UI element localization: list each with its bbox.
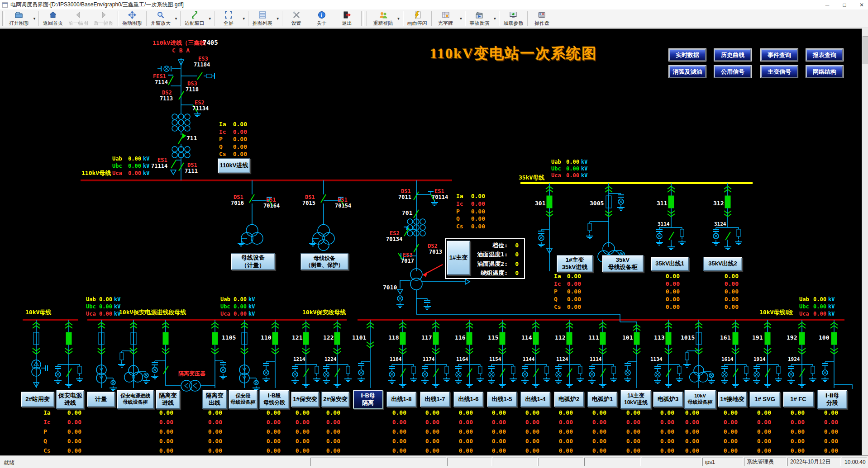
- status-panel-1: [447, 458, 492, 466]
- toolbar-button-zoom-window[interactable]: 开窗放大: [148, 9, 173, 28]
- device-button-Ⅰ-Ⅱ母分段[interactable]: Ⅰ-Ⅱ母分段: [817, 390, 847, 409]
- status-panel-2: [493, 458, 538, 466]
- prev-frame-icon: [74, 10, 83, 19]
- device-button-电弧炉1[interactable]: 电弧炉1: [587, 392, 617, 407]
- toolbar-button-exit[interactable]: 退出: [334, 9, 360, 28]
- device-button-10kV母线设备柜[interactable]: 10kV母线设备柜: [684, 390, 716, 409]
- device-button-母线设备（计量）[interactable]: 母线设备（计量）: [231, 253, 275, 270]
- maximize-button[interactable]: □: [841, 2, 848, 8]
- statusbar: 就绪 ips1系统管理员2022年10月12日10:00:40: [0, 456, 868, 468]
- dropdown-arrow-icon[interactable]: ▼: [396, 9, 401, 28]
- device-button-1#接地变[interactable]: 1#接地变: [718, 392, 747, 407]
- nav-button-主变信号[interactable]: 主变信号: [761, 66, 798, 78]
- toolbar-button-relogin[interactable]: 重新登陆: [371, 9, 396, 28]
- toolbar-separator: [38, 11, 39, 26]
- dropdown-arrow-icon[interactable]: ▼: [458, 9, 464, 28]
- device-button-计量[interactable]: 计量: [87, 392, 115, 407]
- toolbar-button-about[interactable]: 关于: [309, 9, 334, 28]
- toolbar-separator: [465, 11, 465, 26]
- about-icon: [317, 10, 326, 19]
- device-button-35kV出线2[interactable]: 35kV出线2: [703, 257, 742, 271]
- toolbar-button-settings[interactable]: 设置: [284, 9, 309, 28]
- toolbar-button-label: 光字牌: [438, 20, 453, 27]
- close-button[interactable]: ✕: [858, 2, 865, 8]
- button-label: 35kV出线1: [655, 260, 684, 267]
- toolbar-button-stop-flash[interactable]: 画面停闪: [405, 9, 430, 28]
- dropdown-arrow-icon[interactable]: ▼: [207, 9, 213, 28]
- button-label: 2#站用变: [25, 396, 49, 403]
- nav-button-实时数据[interactable]: 实时数据: [669, 49, 706, 61]
- button-label: 隔离变: [206, 392, 224, 399]
- relogin-icon: [379, 10, 388, 19]
- device-button-出线1-5[interactable]: 出线1-5: [487, 392, 517, 407]
- toolbar-button-label: 重新登陆: [373, 20, 393, 27]
- button-label: 1# FC: [790, 396, 806, 403]
- toolbar-button-label: 打开图形: [9, 20, 29, 27]
- toolbar-button-home[interactable]: 返回首页: [40, 9, 66, 28]
- dropdown-arrow-icon[interactable]: ▼: [241, 9, 247, 28]
- device-button-35kV母线设备柜[interactable]: 35kV母线设备柜: [602, 255, 644, 272]
- device-button-1# SVG[interactable]: 1# SVG: [749, 392, 780, 407]
- toolbar-button-light-board[interactable]: 光字牌: [433, 9, 458, 28]
- device-button-保安电源进线母线设备柜[interactable]: 保安电源进线母线设备柜: [117, 390, 154, 409]
- dropdown-arrow-icon[interactable]: ▼: [275, 9, 281, 28]
- device-button-35kV出线1[interactable]: 35kV出线1: [651, 257, 689, 271]
- device-button-电弧炉2[interactable]: 电弧炉2: [554, 392, 584, 407]
- dropdown-arrow-icon[interactable]: ▼: [32, 9, 37, 28]
- nav-button-报表查询[interactable]: 报表查询: [806, 49, 843, 61]
- toolbar-button-piclist[interactable]: 推图列表: [250, 9, 275, 28]
- device-button-出线1-8[interactable]: 出线1-8: [386, 392, 416, 407]
- device-button-1#保安变[interactable]: 1#保安变: [291, 392, 319, 407]
- toolbar-button-accident-replay[interactable]: 事故反演: [467, 9, 492, 28]
- home-icon: [48, 10, 57, 19]
- toolbar-button-open-graphic[interactable]: 打开图形: [6, 9, 32, 28]
- device-button-Ⅰ-B母隔离[interactable]: Ⅰ-B母隔离: [353, 390, 383, 409]
- toolbar-button-drag-graphic[interactable]: 拖动图形: [119, 9, 145, 28]
- device-button-出线1-4[interactable]: 出线1-4: [520, 392, 550, 407]
- device-button-110kV进线[interactable]: 110kV进线: [218, 158, 250, 173]
- button-label: 电弧炉2: [558, 396, 579, 403]
- device-button-隔离变出线[interactable]: 隔离变出线: [202, 390, 227, 409]
- status-host: ips1: [702, 458, 743, 466]
- scrollbar-thumb[interactable]: [863, 36, 868, 64]
- toolbar-separator: [499, 11, 499, 26]
- device-button-2#站用变[interactable]: 2#站用变: [21, 392, 54, 407]
- toolbar-button-load-params[interactable]: 加载参数: [501, 9, 526, 28]
- nav-button-历史曲线[interactable]: 历史曲线: [714, 49, 751, 61]
- device-button-1#主变[interactable]: 1#主变: [447, 241, 470, 275]
- toolbar-button-label: 事故反演: [469, 20, 489, 27]
- button-label: 母线设备柜: [123, 399, 148, 406]
- device-button-1# FC[interactable]: 1# FC: [783, 392, 814, 407]
- toolbar-separator: [403, 11, 403, 26]
- button-label: 1#主变: [566, 256, 584, 264]
- toolbar-button-operation-panel[interactable]: 操作盘: [529, 9, 554, 28]
- button-label: 35kV进线: [562, 264, 587, 271]
- status-date: 2022年10月12日: [787, 458, 841, 466]
- toolbar-button-fullscreen[interactable]: 全屏: [216, 9, 241, 28]
- device-button-保安电源进线[interactable]: 保安电源进线: [56, 390, 84, 409]
- device-button-出线1-7[interactable]: 出线1-7: [420, 392, 450, 407]
- device-button-出线1-6[interactable]: 出线1-6: [453, 392, 483, 407]
- vertical-scrollbar[interactable]: [862, 28, 868, 456]
- device-button-1#主变35kV进线[interactable]: 1#主变35kV进线: [557, 255, 593, 272]
- drag-graphic-icon: [128, 10, 137, 19]
- device-button-Ⅰ-B段母线分段[interactable]: Ⅰ-B段母线分段: [259, 390, 289, 409]
- button-label: 35kV: [616, 256, 630, 264]
- minimize-button[interactable]: ─: [824, 2, 831, 8]
- nav-button-公用信号[interactable]: 公用信号: [714, 66, 751, 78]
- device-button-2#保安变[interactable]: 2#保安变: [321, 392, 349, 407]
- nav-button-消弧及滤油[interactable]: 消弧及滤油: [669, 66, 706, 78]
- dropdown-arrow-icon[interactable]: ▼: [173, 9, 179, 28]
- toolbar-button-fit-window[interactable]: 适配窗口: [182, 9, 207, 28]
- device-button-隔离变进线[interactable]: 隔离变进线: [156, 390, 180, 409]
- button-label: 母线设备柜: [608, 264, 638, 271]
- device-button-1#主变10kV进线[interactable]: 1#主变10kV进线: [620, 390, 651, 409]
- dropdown-arrow-icon[interactable]: ▼: [492, 9, 497, 28]
- device-button-母线设备（测量、保护）[interactable]: 母线设备（测量、保护）: [300, 253, 348, 270]
- button-label: Ⅰ-Ⅱ母: [825, 392, 839, 399]
- nav-button-网络结构[interactable]: 网络结构: [806, 66, 843, 78]
- nav-button-事件查询[interactable]: 事件查询: [761, 49, 798, 61]
- button-label: 进线: [162, 399, 174, 407]
- device-button-电弧炉3[interactable]: 电弧炉3: [653, 392, 683, 407]
- device-button-保安段母线设备柜[interactable]: 保安段母线设备柜: [229, 390, 258, 409]
